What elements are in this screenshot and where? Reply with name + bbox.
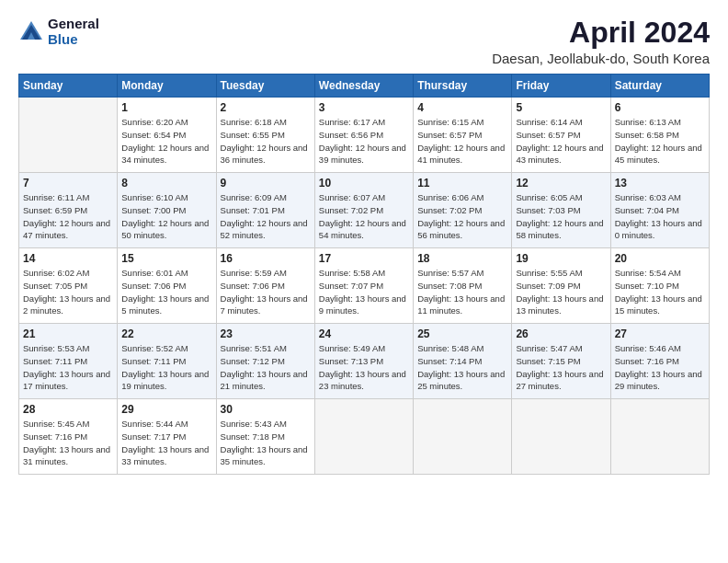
table-row: 24Sunrise: 5:49 AMSunset: 7:13 PMDayligh… [314, 324, 413, 399]
day-number: 18 [417, 252, 507, 265]
day-info: Sunrise: 6:11 AMSunset: 6:59 PMDaylight:… [23, 191, 113, 242]
title-block: April 2024 Daesan, Jeollabuk-do, South K… [492, 17, 710, 66]
day-info: Sunrise: 5:49 AMSunset: 7:13 PMDaylight:… [319, 342, 409, 393]
table-row: 28Sunrise: 5:45 AMSunset: 7:16 PMDayligh… [19, 399, 118, 475]
day-number: 19 [516, 252, 606, 265]
day-info: Sunrise: 5:59 AMSunset: 7:06 PMDaylight:… [221, 267, 311, 317]
day-number: 20 [615, 252, 705, 265]
day-number: 14 [23, 252, 113, 265]
day-info: Sunrise: 5:54 AMSunset: 7:10 PMDaylight:… [615, 267, 705, 317]
col-wednesday: Wednesday [314, 75, 413, 98]
calendar-week-row: 21Sunrise: 5:53 AMSunset: 7:11 PMDayligh… [19, 324, 710, 399]
table-row: 7Sunrise: 6:11 AMSunset: 6:59 PMDaylight… [19, 173, 118, 248]
day-info: Sunrise: 6:02 AMSunset: 7:05 PMDaylight:… [23, 267, 113, 317]
day-number: 27 [615, 327, 705, 340]
day-info: Sunrise: 6:01 AMSunset: 7:06 PMDaylight:… [121, 267, 211, 317]
table-row: 23Sunrise: 5:51 AMSunset: 7:12 PMDayligh… [216, 324, 314, 399]
table-row: 9Sunrise: 6:09 AMSunset: 7:01 PMDaylight… [216, 173, 314, 248]
col-monday: Monday [118, 75, 216, 98]
table-row: 25Sunrise: 5:48 AMSunset: 7:14 PMDayligh… [414, 324, 512, 399]
calendar-week-row: 14Sunrise: 6:02 AMSunset: 7:05 PMDayligh… [19, 248, 710, 324]
table-row: 2Sunrise: 6:18 AMSunset: 6:55 PMDaylight… [216, 98, 314, 173]
day-number: 7 [23, 177, 113, 190]
table-row: 10Sunrise: 6:07 AMSunset: 7:02 PMDayligh… [314, 173, 413, 248]
logo-text: General Blue [48, 17, 99, 47]
day-number: 1 [121, 101, 211, 114]
day-number: 24 [319, 327, 409, 340]
table-row: 27Sunrise: 5:46 AMSunset: 7:16 PMDayligh… [610, 324, 709, 399]
day-info: Sunrise: 6:03 AMSunset: 7:04 PMDaylight:… [615, 191, 705, 242]
day-number: 22 [121, 327, 211, 340]
table-row: 21Sunrise: 5:53 AMSunset: 7:11 PMDayligh… [19, 324, 118, 399]
table-row: 30Sunrise: 5:43 AMSunset: 7:18 PMDayligh… [216, 399, 314, 475]
col-thursday: Thursday [414, 75, 512, 98]
logo-general: General [48, 17, 99, 32]
day-number: 12 [516, 177, 606, 190]
table-row [314, 399, 413, 475]
day-info: Sunrise: 5:44 AMSunset: 7:17 PMDaylight:… [121, 418, 211, 468]
col-tuesday: Tuesday [216, 75, 314, 98]
title-location: Daesan, Jeollabuk-do, South Korea [492, 51, 710, 66]
day-number: 25 [417, 327, 507, 340]
col-friday: Friday [512, 75, 610, 98]
day-info: Sunrise: 6:09 AMSunset: 7:01 PMDaylight:… [221, 191, 311, 242]
day-number: 2 [221, 101, 311, 114]
day-info: Sunrise: 5:48 AMSunset: 7:14 PMDaylight:… [417, 342, 507, 393]
table-row: 6Sunrise: 6:13 AMSunset: 6:58 PMDaylight… [610, 98, 709, 173]
day-info: Sunrise: 5:51 AMSunset: 7:12 PMDaylight:… [221, 342, 311, 393]
col-sunday: Sunday [19, 75, 118, 98]
day-number: 8 [121, 177, 211, 190]
day-number: 10 [319, 177, 409, 190]
day-info: Sunrise: 5:47 AMSunset: 7:15 PMDaylight:… [516, 342, 606, 393]
day-number: 30 [221, 403, 311, 416]
day-number: 23 [221, 327, 311, 340]
day-number: 28 [23, 403, 113, 416]
col-saturday: Saturday [610, 75, 709, 98]
calendar-table: Sunday Monday Tuesday Wednesday Thursday… [18, 74, 710, 475]
day-info: Sunrise: 6:20 AMSunset: 6:54 PMDaylight:… [121, 116, 211, 167]
table-row: 13Sunrise: 6:03 AMSunset: 7:04 PMDayligh… [610, 173, 709, 248]
day-number: 11 [417, 177, 507, 190]
day-info: Sunrise: 6:15 AMSunset: 6:57 PMDaylight:… [417, 116, 507, 167]
day-number: 13 [615, 177, 705, 190]
day-number: 3 [319, 101, 409, 114]
calendar-week-row: 28Sunrise: 5:45 AMSunset: 7:16 PMDayligh… [19, 399, 710, 475]
day-info: Sunrise: 6:07 AMSunset: 7:02 PMDaylight:… [319, 191, 409, 242]
table-row [19, 98, 118, 173]
day-number: 5 [516, 101, 606, 114]
day-info: Sunrise: 6:10 AMSunset: 7:00 PMDaylight:… [121, 191, 211, 242]
day-info: Sunrise: 6:05 AMSunset: 7:03 PMDaylight:… [516, 191, 606, 242]
day-info: Sunrise: 5:55 AMSunset: 7:09 PMDaylight:… [516, 267, 606, 317]
table-row: 29Sunrise: 5:44 AMSunset: 7:17 PMDayligh… [118, 399, 216, 475]
logo-blue: Blue [48, 32, 99, 48]
table-row: 20Sunrise: 5:54 AMSunset: 7:10 PMDayligh… [610, 248, 709, 324]
table-row: 15Sunrise: 6:01 AMSunset: 7:06 PMDayligh… [118, 248, 216, 324]
day-number: 26 [516, 327, 606, 340]
table-row [610, 399, 709, 475]
table-row: 14Sunrise: 6:02 AMSunset: 7:05 PMDayligh… [19, 248, 118, 324]
calendar-week-row: 7Sunrise: 6:11 AMSunset: 6:59 PMDaylight… [19, 173, 710, 248]
table-row: 3Sunrise: 6:17 AMSunset: 6:56 PMDaylight… [314, 98, 413, 173]
day-number: 4 [417, 101, 507, 114]
day-info: Sunrise: 6:06 AMSunset: 7:02 PMDaylight:… [417, 191, 507, 242]
table-row: 5Sunrise: 6:14 AMSunset: 6:57 PMDaylight… [512, 98, 610, 173]
table-row: 17Sunrise: 5:58 AMSunset: 7:07 PMDayligh… [314, 248, 413, 324]
day-info: Sunrise: 5:53 AMSunset: 7:11 PMDaylight:… [23, 342, 113, 393]
day-info: Sunrise: 6:17 AMSunset: 6:56 PMDaylight:… [319, 116, 409, 167]
day-info: Sunrise: 6:13 AMSunset: 6:58 PMDaylight:… [615, 116, 705, 167]
table-row: 12Sunrise: 6:05 AMSunset: 7:03 PMDayligh… [512, 173, 610, 248]
header: General Blue April 2024 Daesan, Jeollabu… [18, 17, 710, 66]
day-info: Sunrise: 5:46 AMSunset: 7:16 PMDaylight:… [615, 342, 705, 393]
day-number: 16 [221, 252, 311, 265]
calendar-week-row: 1Sunrise: 6:20 AMSunset: 6:54 PMDaylight… [19, 98, 710, 173]
table-row: 8Sunrise: 6:10 AMSunset: 7:00 PMDaylight… [118, 173, 216, 248]
day-number: 6 [615, 101, 705, 114]
table-row: 18Sunrise: 5:57 AMSunset: 7:08 PMDayligh… [414, 248, 512, 324]
logo-icon [18, 19, 44, 45]
day-info: Sunrise: 5:43 AMSunset: 7:18 PMDaylight:… [221, 418, 311, 468]
table-row: 4Sunrise: 6:15 AMSunset: 6:57 PMDaylight… [414, 98, 512, 173]
table-row [414, 399, 512, 475]
table-row [512, 399, 610, 475]
day-info: Sunrise: 5:58 AMSunset: 7:07 PMDaylight:… [319, 267, 409, 317]
day-number: 15 [121, 252, 211, 265]
